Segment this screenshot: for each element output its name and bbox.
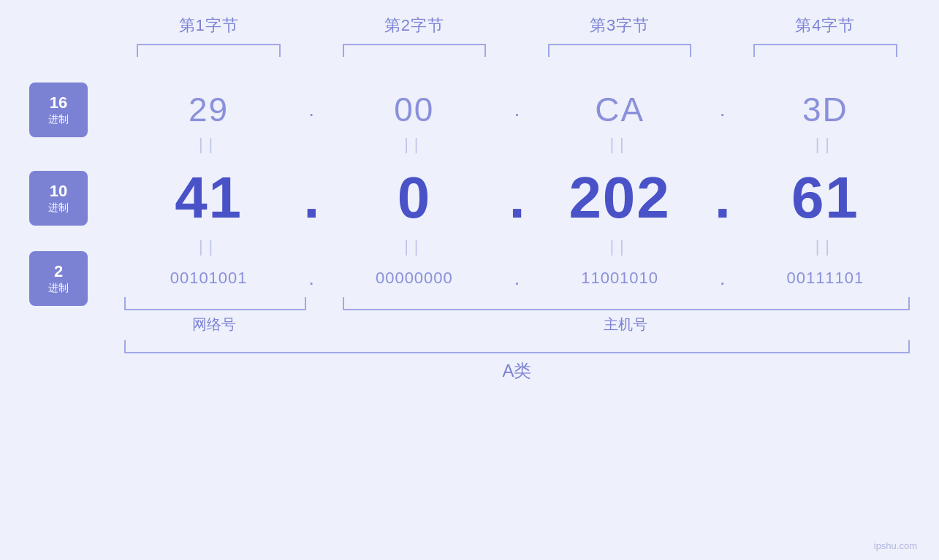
hex-dot2-symbol: . [506, 98, 528, 121]
byte3-bracket-top [548, 44, 692, 57]
byte3-label: 第3字节 [590, 15, 650, 37]
bin-b3-value: 11001010 [581, 269, 658, 288]
eq2-b1: || [124, 237, 293, 256]
bin-base: 2 [54, 262, 63, 281]
dec-values-row: 41 . 0 . 202 . 61 [124, 164, 910, 231]
eq1-b4: || [741, 135, 910, 154]
dec-sub: 进制 [48, 202, 69, 214]
dec-dot3: . [704, 164, 741, 231]
hex-sub: 进制 [48, 113, 69, 126]
bin-sub: 进制 [48, 282, 69, 294]
net-label: 网络号 [192, 316, 236, 332]
dec-dot2: . [499, 164, 536, 231]
hex-dot3: . [704, 98, 741, 121]
net-label-cell: 网络号 [124, 315, 305, 334]
byte1-bracket-top [137, 44, 281, 57]
hex-b3: CA [536, 90, 704, 129]
bin-dot2-symbol: . [506, 266, 528, 290]
hex-row: 16 进制 29 . 00 . CA [124, 90, 910, 129]
hex-dot3-symbol: . [712, 98, 734, 121]
bin-dot2: . [499, 266, 536, 290]
byte1-col: 第1字节 [124, 15, 293, 57]
network-bracket [124, 297, 306, 310]
hex-label-badge: 16 进制 [29, 83, 88, 137]
bin-dot1-symbol: . [300, 266, 322, 290]
byte3-col: 第3字节 [536, 15, 704, 57]
equals-row-1: || || || || [124, 132, 910, 157]
dec-b2-value: 0 [398, 164, 432, 231]
dec-row: 10 进制 41 . 0 . 202 [124, 164, 910, 231]
hex-b3-value: CA [595, 90, 645, 129]
header-row: 第1字节 第2字节 第3字节 第4字节 [29, 15, 910, 57]
hex-base: 16 [50, 93, 67, 112]
hex-b2-value: 00 [394, 90, 434, 129]
class-section: A类 [124, 340, 910, 383]
bin-label-badge: 2 进制 [29, 251, 88, 306]
bottom-section: 网络号 主机号 [124, 297, 910, 334]
host-label-cell: 主机号 [341, 315, 910, 334]
eq1-b3: || [536, 135, 704, 154]
dec-b1-value: 41 [175, 164, 243, 231]
bin-dot3-symbol: . [712, 266, 734, 290]
content-area: 16 进制 29 . 00 . CA [29, 57, 910, 560]
hex-b1: 29 [124, 90, 293, 129]
dec-base: 10 [50, 182, 67, 201]
hex-dot2: . [499, 98, 536, 121]
main-container: 第1字节 第2字节 第3字节 第4字节 16 进制 2 [0, 0, 939, 560]
eq2-b4: || [741, 237, 910, 256]
bin-dot3: . [704, 266, 741, 290]
hex-dot1-symbol: . [300, 98, 322, 121]
hex-values-row: 29 . 00 . CA . 3D [124, 90, 910, 129]
bin-dot1: . [293, 266, 330, 290]
byte4-bracket-top [753, 44, 897, 57]
eq1-b1: || [124, 135, 293, 154]
eq2-b3: || [536, 237, 704, 256]
hex-b2: 00 [330, 90, 498, 129]
bin-row: 2 进制 00101001 . 00000000 . 11001010 [124, 266, 910, 290]
dec-b3: 202 [536, 164, 704, 231]
host-label: 主机号 [604, 316, 647, 332]
bin-b4: 00111101 [741, 269, 910, 288]
dec-b2: 0 [330, 164, 498, 231]
eq2-b2: || [330, 237, 498, 256]
dec-b4: 61 [741, 164, 910, 231]
dec-dot1-symbol: . [300, 164, 322, 231]
dec-dot3-symbol: . [712, 164, 734, 231]
host-bracket [343, 297, 910, 310]
bracket-bottom-row [124, 297, 910, 310]
hex-dot1: . [293, 98, 330, 121]
dec-b1: 41 [124, 164, 293, 231]
byte2-bracket-top [343, 44, 487, 57]
hex-b4-value: 3D [802, 90, 848, 129]
byte1-label: 第1字节 [179, 15, 239, 37]
bin-b1: 00101001 [124, 269, 293, 288]
byte4-label: 第4字节 [795, 15, 855, 37]
bin-b4-value: 00111101 [786, 269, 864, 288]
hex-b4: 3D [741, 90, 910, 129]
byte2-col: 第2字节 [330, 15, 498, 57]
dec-label-badge: 10 进制 [29, 171, 88, 226]
equals-row-2: || || || || [124, 234, 910, 259]
bin-b3: 11001010 [536, 269, 704, 288]
eq1-b2: || [330, 135, 498, 154]
watermark: ipshu.com [874, 540, 917, 551]
bin-values-row: 00101001 . 00000000 . 11001010 . [124, 266, 910, 290]
bin-b2-value: 00000000 [376, 269, 453, 288]
dec-dot1: . [293, 164, 330, 231]
bin-b1-value: 00101001 [170, 269, 248, 288]
dec-dot2-symbol: . [506, 164, 528, 231]
class-label: A类 [124, 359, 910, 383]
bin-b2: 00000000 [330, 269, 498, 288]
hex-b1-value: 29 [189, 90, 229, 129]
class-bracket [124, 340, 910, 353]
byte4-col: 第4字节 [741, 15, 910, 57]
dec-b4-value: 61 [791, 164, 859, 231]
net-host-labels: 网络号 主机号 [124, 315, 910, 334]
dec-b3-value: 202 [569, 164, 670, 231]
byte2-label: 第2字节 [384, 15, 444, 37]
